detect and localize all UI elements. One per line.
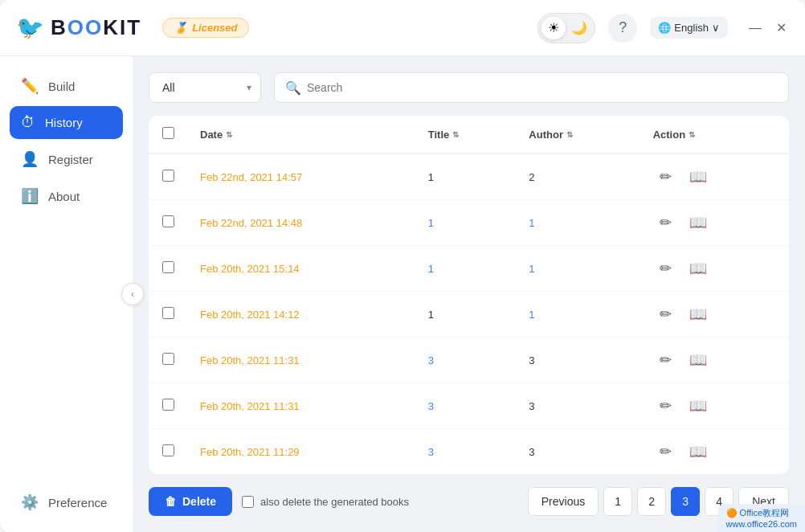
row-title-6[interactable]: 3	[415, 429, 517, 475]
row-date-1: Feb 22nd, 2021 14:48	[187, 200, 415, 246]
th-title: Title ⇅	[415, 116, 517, 153]
delete-icon: 🗑	[165, 495, 176, 508]
book-button-0[interactable]: 📖	[685, 164, 711, 190]
row-action-6: ✏ 📖	[640, 429, 789, 475]
row-checkbox-3[interactable]	[162, 307, 174, 319]
row-checkbox-1[interactable]	[162, 215, 174, 227]
build-icon: ✏️	[21, 77, 39, 95]
about-icon: ℹ️	[21, 187, 39, 205]
search-input[interactable]	[274, 72, 789, 103]
row-date-2: Feb 20th, 2021 15:14	[187, 246, 415, 292]
delete-check-label[interactable]: also delete the generated books	[242, 496, 409, 508]
preference-icon: ⚙️	[21, 493, 39, 511]
sidebar-bottom: ⚙️ Preference	[10, 485, 123, 519]
minimize-button[interactable]: —	[747, 20, 763, 36]
edit-button-6[interactable]: ✏	[653, 439, 679, 464]
app-logo-text: BOOKIT	[51, 15, 141, 40]
row-action-1: ✏ 📖	[640, 200, 789, 246]
prev-button[interactable]: Previous	[528, 487, 599, 516]
author-sort-icon[interactable]: ⇅	[566, 130, 573, 139]
book-button-4[interactable]: 📖	[685, 347, 711, 373]
title-bar: 🐦 BOOKIT 🏅 Licensed ☀ 🌙 ? 🌐 English ∨ — …	[0, 0, 805, 56]
filter-select[interactable]: All Title Author Date	[149, 72, 261, 103]
row-checkbox-6[interactable]	[162, 444, 174, 456]
row-action-2: ✏ 📖	[640, 246, 789, 292]
book-button-1[interactable]: 📖	[685, 210, 711, 235]
row-title-4[interactable]: 3	[415, 338, 517, 383]
filter-select-wrap: All Title Author Date ▾	[149, 72, 261, 103]
edit-button-5[interactable]: ✏	[653, 393, 679, 419]
sidebar-item-register[interactable]: 👤 Register	[10, 142, 123, 176]
help-button[interactable]: ?	[608, 14, 637, 43]
row-action-5: ✏ 📖	[640, 383, 789, 429]
sidebar-label-preference: Preference	[48, 496, 107, 509]
language-button[interactable]: 🌐 English ∨	[650, 17, 728, 39]
delete-generated-checkbox[interactable]	[242, 496, 254, 508]
table-row: Feb 22nd, 2021 14:57 1 2 ✏ 📖	[149, 153, 789, 200]
page-3-button[interactable]: 3	[671, 487, 700, 516]
sidebar-label-register: Register	[48, 153, 93, 166]
book-button-2[interactable]: 📖	[685, 256, 711, 281]
licensed-text: Licensed	[192, 22, 237, 34]
history-table-container: Date ⇅ Title ⇅	[149, 116, 789, 474]
row-checkbox-4[interactable]	[162, 353, 174, 365]
sidebar-label-build: Build	[48, 80, 75, 93]
sidebar-item-build[interactable]: ✏️ Build	[10, 69, 123, 103]
sidebar-label-history: History	[45, 116, 83, 129]
book-button-5[interactable]: 📖	[685, 393, 711, 419]
table-row: Feb 20th, 2021 15:14 1 1 ✏ 📖	[149, 246, 789, 292]
sidebar: ✏️ Build ⏱ History 👤 Register ℹ️ About ⚙…	[0, 56, 133, 532]
row-date-6: Feb 20th, 2021 11:29	[187, 429, 415, 475]
footer-row: 🗑 Delete also delete the generated books…	[149, 487, 789, 516]
edit-button-2[interactable]: ✏	[653, 256, 679, 281]
delete-button[interactable]: 🗑 Delete	[149, 487, 232, 516]
row-checkbox-0[interactable]	[162, 170, 174, 182]
th-title-label: Title	[428, 129, 450, 141]
licensed-badge: 🏅 Licensed	[162, 18, 249, 38]
row-title-2[interactable]: 1	[415, 246, 517, 292]
theme-light-button[interactable]: ☀	[541, 17, 566, 39]
language-label: English	[674, 22, 709, 34]
edit-button-4[interactable]: ✏	[653, 347, 679, 373]
th-action: Action ⇅	[640, 116, 789, 153]
book-button-3[interactable]: 📖	[685, 301, 711, 327]
sidebar-item-preference[interactable]: ⚙️ Preference	[10, 485, 123, 519]
sidebar-collapse-button[interactable]: ‹	[121, 283, 144, 305]
row-title-1[interactable]: 1	[415, 200, 517, 246]
th-checkbox	[149, 116, 187, 153]
theme-toggle[interactable]: ☀ 🌙	[537, 13, 595, 43]
table-row: Feb 22nd, 2021 14:48 1 1 ✏ 📖	[149, 200, 789, 246]
theme-dark-button[interactable]: 🌙	[567, 17, 591, 39]
th-date-label: Date	[200, 129, 223, 141]
content-area: All Title Author Date ▾ 🔍	[133, 56, 805, 532]
register-icon: 👤	[21, 150, 39, 168]
page-2-button[interactable]: 2	[637, 487, 666, 516]
book-button-6[interactable]: 📖	[685, 439, 711, 464]
th-author-label: Author	[529, 129, 563, 141]
action-sort-icon[interactable]: ⇅	[689, 130, 695, 139]
row-author-6: 3	[516, 429, 640, 475]
date-sort-icon[interactable]: ⇅	[226, 130, 232, 139]
close-button[interactable]: ✕	[773, 20, 789, 36]
main-layout: ✏️ Build ⏱ History 👤 Register ℹ️ About ⚙…	[0, 56, 805, 532]
row-checkbox-cell	[149, 429, 187, 475]
row-checkbox-cell	[149, 153, 187, 200]
sidebar-item-history[interactable]: ⏱ History	[10, 106, 123, 139]
search-icon: 🔍	[285, 80, 301, 96]
th-action-label: Action	[653, 129, 685, 141]
sidebar-item-about[interactable]: ℹ️ About	[10, 179, 123, 213]
select-all-checkbox[interactable]	[162, 127, 174, 139]
action-buttons-5: ✏ 📖	[653, 393, 776, 419]
page-1-button[interactable]: 1	[603, 487, 632, 516]
action-buttons-6: ✏ 📖	[653, 439, 776, 464]
edit-button-0[interactable]: ✏	[653, 164, 679, 190]
row-title-5[interactable]: 3	[415, 383, 517, 429]
row-checkbox-5[interactable]	[162, 399, 174, 411]
row-author-5: 3	[516, 383, 640, 429]
title-sort-icon[interactable]: ⇅	[452, 130, 459, 139]
row-checkbox-2[interactable]	[162, 261, 174, 273]
row-checkbox-cell	[149, 246, 187, 292]
logo-bird-icon: 🐦	[16, 14, 44, 41]
edit-button-1[interactable]: ✏	[653, 210, 679, 235]
edit-button-3[interactable]: ✏	[653, 301, 679, 327]
